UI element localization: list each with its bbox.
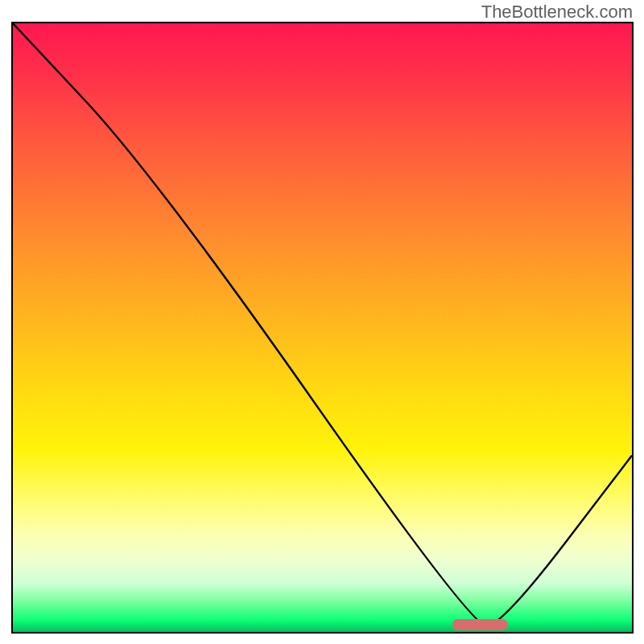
watermark-label: TheBottleneck.com xyxy=(481,2,633,23)
chart-line xyxy=(13,23,632,632)
chart-frame xyxy=(11,22,634,634)
optimum-marker xyxy=(452,619,508,630)
